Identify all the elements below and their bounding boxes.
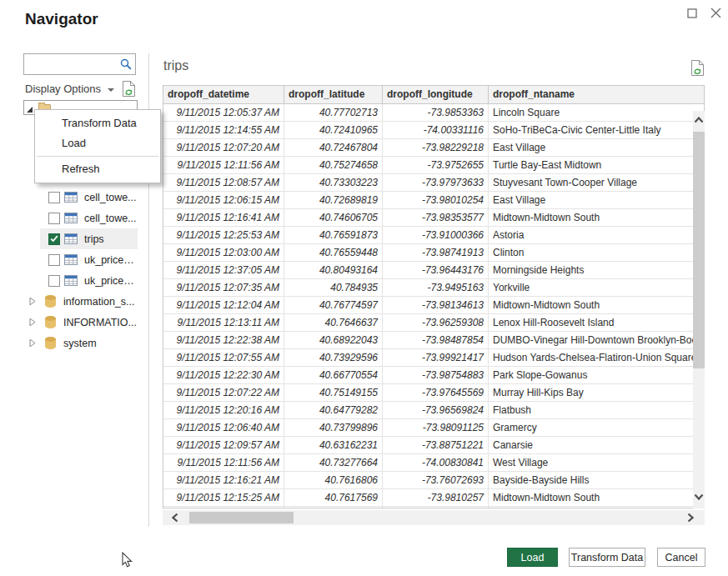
horizontal-scrollbar[interactable] <box>163 510 705 525</box>
tree-item-informatio[interactable]: INFORMATIO... <box>23 312 138 333</box>
refresh-icon[interactable] <box>122 80 136 101</box>
table-icon <box>64 275 78 286</box>
tree-item-label: cell_towe... <box>84 213 137 224</box>
scroll-up-icon[interactable] <box>693 115 705 125</box>
scroll-right-icon[interactable] <box>685 513 696 523</box>
table-cell: 40.75274658 <box>284 157 383 174</box>
table-cell: Midtown-Midtown South <box>489 297 705 314</box>
table-cell: -73.98134613 <box>383 297 489 314</box>
vertical-scrollbar[interactable] <box>693 111 705 508</box>
scroll-left-icon[interactable] <box>169 513 181 523</box>
table-cell: Turtle Bay-East Midtown <box>489 157 705 174</box>
database-icon <box>45 337 56 349</box>
transform-data-button[interactable]: Transform Data <box>569 548 645 567</box>
table-cell: -73.98754883 <box>383 367 489 384</box>
table-cell: -73.98487854 <box>383 332 489 349</box>
checkbox-cell-towe[interactable] <box>48 192 60 203</box>
table-row: 9/11/2015 12:22:38 AM40.68922043-73.9848… <box>163 332 704 349</box>
table-cell: -73.98229218 <box>383 139 489 157</box>
table-cell: Midtown-Midtown South <box>489 209 705 227</box>
table-cell: Yorkville <box>489 279 705 297</box>
scroll-down-icon[interactable] <box>693 492 705 502</box>
table-cell: -74.00331116 <box>383 122 489 139</box>
checkbox-trips[interactable] <box>48 233 60 245</box>
table-cell: 40.7646637 <box>284 314 383 332</box>
maximize-button[interactable] <box>685 7 700 22</box>
column-header-dropoff_latitude[interactable]: dropoff_latitude <box>284 86 383 103</box>
table-icon <box>64 233 78 244</box>
table-cell: 40.72689819 <box>284 192 383 209</box>
cancel-button[interactable]: Cancel <box>657 548 705 567</box>
table-cell: Clinton <box>489 244 705 262</box>
table-row: 9/11/2015 12:16:21 AM40.7616806-73.76072… <box>163 472 704 489</box>
table-cell: -73.88751221 <box>383 437 489 454</box>
load-button[interactable]: Load <box>507 548 558 567</box>
table-cell: Midtown-Midtown South <box>489 489 705 507</box>
table-cell: 40.63162231 <box>284 437 383 454</box>
table-cell: 9/11/2015 12:08:57 AM <box>163 174 284 192</box>
table-body: 9/11/2015 12:05:37 AM40.77702713-73.9853… <box>163 104 704 508</box>
table-cell: 40.73303223 <box>284 174 383 192</box>
table-cell <box>383 507 489 508</box>
table-cell: SoHo-TriBeCa-Civic Center-Little Italy <box>489 122 705 139</box>
table-cell: Bayside-Bayside Hills <box>489 472 705 489</box>
refresh-preview-icon[interactable] <box>690 59 705 80</box>
column-header-dropoff_longitude[interactable]: dropoff_longitude <box>383 86 489 103</box>
context-menu-item-refresh[interactable]: Refresh <box>35 159 160 179</box>
table-cell: -73.97973633 <box>383 174 489 192</box>
checkbox-cell-towe[interactable] <box>48 213 60 224</box>
checkbox-uk-price[interactable] <box>48 275 60 287</box>
table-row: 9/11/2015 12:14:55 AM40.72410965-74.0033… <box>163 122 704 139</box>
table-row: 9/11/2015 12:11:56 AM40.75274658-73.9752… <box>163 157 704 174</box>
tree-item-uk-price[interactable]: uk_price_... <box>23 270 138 291</box>
table-row: 9/11/2015 12:09:57 AM40.63162231-73.8875… <box>163 437 704 454</box>
table-cell: 9/11/2015 12:07:20 AM <box>163 139 284 157</box>
table-row: 9/11/2015 12:37:05 AM40.80493164-73.9644… <box>163 262 704 279</box>
table-cell: 9/11/2015 12:03:00 AM <box>163 244 284 262</box>
table-cell: 9/11/2015 12:15:25 AM <box>163 489 284 507</box>
table-cell: 40.66770554 <box>284 367 383 384</box>
table-header: dropoff_datetimedropoff_latitudedropoff_… <box>163 86 704 104</box>
table-cell: -73.98741913 <box>383 244 489 262</box>
table-cell: 40.72410965 <box>284 122 383 139</box>
column-header-dropoff_ntaname[interactable]: dropoff_ntaname <box>489 86 705 103</box>
tree-item-information-s[interactable]: information_s... <box>23 291 138 312</box>
database-icon <box>45 295 56 308</box>
search-icon[interactable] <box>117 58 135 70</box>
table-cell: -73.99921417 <box>383 349 489 367</box>
context-menu-item-load[interactable]: Load <box>35 133 160 153</box>
tree-item-system[interactable]: system <box>23 333 138 353</box>
table-cell: -73.9752655 <box>383 157 489 174</box>
tree-item-cell-towe[interactable]: cell_towe... <box>23 187 138 208</box>
table-row: 9/11/2015 12:13:11 AM40.7646637-73.96259… <box>163 314 704 332</box>
checkbox-uk-price[interactable] <box>48 254 60 266</box>
chevron-down-icon <box>108 88 114 92</box>
display-options-dropdown[interactable]: Display Options <box>25 83 114 95</box>
table-row: 9/11/2015 12:07:55 AM40.73929596-73.9992… <box>163 349 704 367</box>
tree-item-uk-price[interactable]: uk_price_... <box>23 249 138 270</box>
tree-list: cell_towe...cell_towe...cell_towe...trip… <box>23 166 138 353</box>
horizontal-scrollbar-thumb[interactable] <box>189 512 294 523</box>
table-cell: DUMBO-Vinegar Hill-Downtown Brooklyn-Boe… <box>489 332 705 349</box>
table-cell: -74.00830841 <box>383 454 489 472</box>
table-row <box>163 507 704 508</box>
table-icon <box>64 254 78 265</box>
search-input[interactable] <box>24 54 117 74</box>
vertical-scrollbar-thumb[interactable] <box>693 132 705 368</box>
table-cell: 9/11/2015 12:16:41 AM <box>163 209 284 227</box>
context-menu-item-transform-data[interactable]: Transform Data <box>35 113 160 133</box>
column-header-dropoff_datetime[interactable]: dropoff_datetime <box>163 86 284 103</box>
table-row: 9/11/2015 12:12:04 AM40.76774597-73.9813… <box>163 297 704 314</box>
table-cell: -73.76072693 <box>383 472 489 489</box>
tree-item-trips[interactable]: trips <box>23 228 138 249</box>
table-row: 9/11/2015 12:06:40 AM40.73799896-73.9809… <box>163 419 704 437</box>
table-cell: 40.76774597 <box>284 297 383 314</box>
search-box <box>23 53 136 75</box>
tree-item-cell-towe[interactable]: cell_towe... <box>23 208 138 228</box>
preview-table: dropoff_datetimedropoff_latitudedropoff_… <box>163 85 705 508</box>
table-cell: 9/11/2015 12:11:56 AM <box>163 157 284 174</box>
context-menu: Transform DataLoadRefresh <box>34 109 161 183</box>
close-button[interactable] <box>708 7 723 22</box>
collapsed-caret-icon <box>29 297 36 306</box>
table-cell <box>284 507 383 508</box>
